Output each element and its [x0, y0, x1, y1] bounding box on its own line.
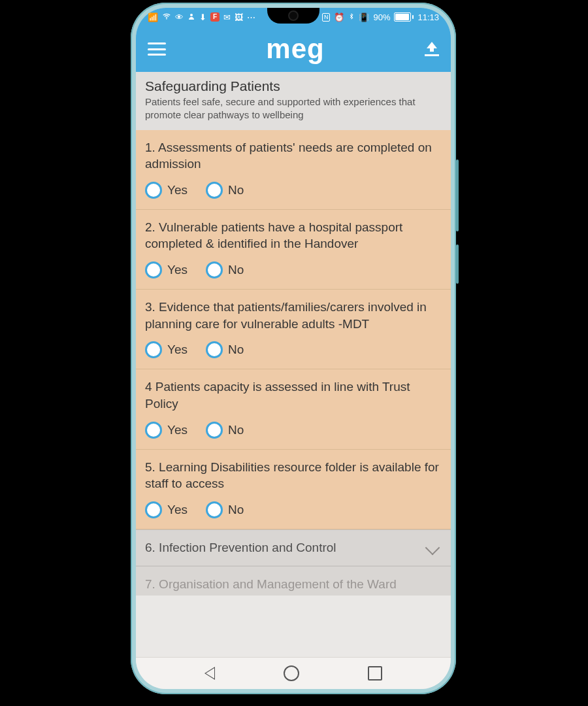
eye-icon: 👁 — [175, 12, 184, 22]
question-text: 1. Assessments of patients' needs are co… — [145, 139, 442, 173]
question-row: 3. Evidence that patients/families/carer… — [136, 290, 451, 369]
clock-text: 11:13 — [417, 12, 439, 22]
wifi-icon — [162, 12, 171, 23]
radio-icon — [145, 261, 162, 278]
bluetooth-icon — [348, 12, 355, 23]
option-yes[interactable]: Yes — [145, 261, 188, 278]
option-label: Yes — [167, 423, 188, 437]
option-label: No — [228, 263, 244, 277]
radio-icon — [206, 422, 223, 439]
question-row: 1. Assessments of patients' needs are co… — [136, 130, 451, 210]
option-label: Yes — [167, 263, 188, 277]
question-row: 5. Learning Disabilities resource folder… — [136, 450, 451, 530]
radio-icon — [206, 182, 223, 199]
collapsed-section-label: 6. Infection Prevention and Control — [145, 541, 336, 555]
app-bar: meg — [136, 26, 451, 72]
image-icon: 🖼 — [235, 12, 243, 22]
option-label: No — [228, 343, 244, 357]
option-yes[interactable]: Yes — [145, 182, 188, 199]
download-icon: ⬇ — [199, 12, 206, 22]
upload-button[interactable] — [425, 42, 439, 56]
radio-icon — [206, 341, 223, 358]
android-nav-bar — [136, 657, 451, 689]
signal-icon: 📶 — [148, 12, 158, 22]
option-no[interactable]: No — [206, 261, 244, 278]
app-logo: meg — [266, 35, 324, 63]
app-badge-text: F — [210, 12, 220, 22]
radio-icon — [206, 501, 223, 518]
power-button[interactable] — [456, 244, 459, 284]
radio-icon — [206, 261, 223, 278]
more-icon: ⋯ — [247, 12, 255, 22]
menu-button[interactable] — [148, 42, 166, 56]
svg-point-1 — [190, 14, 193, 16]
phone-screen: 📶 👁 ⬇ F ✉ 🖼 ⋯ N ⏰ — [136, 8, 451, 689]
chevron-down-icon — [425, 541, 440, 556]
radio-icon — [145, 501, 162, 518]
section-subtitle: Patients feel safe, secure and supported… — [145, 95, 442, 122]
section-title: Safeguarding Patients — [145, 78, 442, 94]
battery-percent: 90% — [373, 12, 390, 22]
option-no[interactable]: No — [206, 422, 244, 439]
option-label: Yes — [167, 343, 188, 357]
question-row: 2. Vulnerable patients have a hospital p… — [136, 210, 451, 290]
display-notch — [267, 8, 319, 24]
radio-icon — [145, 182, 162, 199]
person-icon — [188, 12, 195, 22]
section-header: Safeguarding Patients Patients feel safe… — [136, 72, 451, 130]
radio-icon — [145, 422, 162, 439]
option-no[interactable]: No — [206, 341, 244, 358]
volume-button[interactable] — [456, 160, 459, 231]
app-badge-icon: F — [210, 12, 220, 22]
question-text: 5. Learning Disabilities resource folder… — [145, 459, 442, 492]
option-yes[interactable]: Yes — [145, 341, 188, 358]
nav-home-button[interactable] — [284, 665, 299, 681]
nfc-icon: N — [322, 13, 331, 22]
collapsed-section[interactable]: 6. Infection Prevention and Control — [136, 530, 451, 566]
option-yes[interactable]: Yes — [145, 422, 188, 439]
radio-icon — [145, 341, 162, 358]
mail-icon: ✉ — [223, 12, 231, 22]
option-label: No — [228, 183, 244, 197]
phone-frame: 📶 👁 ⬇ F ✉ 🖼 ⋯ N ⏰ — [131, 3, 456, 694]
collapsed-section[interactable]: 7. Organisation and Management of the Wa… — [136, 566, 451, 596]
battery-icon — [394, 12, 414, 22]
form-content: Safeguarding Patients Patients feel safe… — [136, 72, 451, 658]
option-label: No — [228, 503, 244, 517]
question-text: 4 Patients capacity is assessed in line … — [145, 378, 442, 412]
question-text: 2. Vulnerable patients have a hospital p… — [145, 219, 442, 252]
option-label: No — [228, 423, 244, 437]
collapsed-section-label: 7. Organisation and Management of the Wa… — [145, 577, 397, 592]
option-no[interactable]: No — [206, 182, 244, 199]
vibrate-icon: 📳 — [359, 12, 369, 22]
option-label: Yes — [167, 503, 188, 517]
question-row: 4 Patients capacity is assessed in line … — [136, 369, 451, 449]
alarm-icon: ⏰ — [334, 12, 344, 22]
option-label: Yes — [167, 183, 188, 197]
nav-recent-button[interactable] — [368, 666, 382, 681]
svg-point-0 — [166, 18, 167, 20]
question-text: 3. Evidence that patients/families/carer… — [145, 299, 442, 332]
front-camera — [288, 10, 299, 21]
nav-back-button[interactable] — [204, 667, 215, 680]
option-yes[interactable]: Yes — [145, 501, 188, 518]
option-no[interactable]: No — [206, 501, 244, 518]
